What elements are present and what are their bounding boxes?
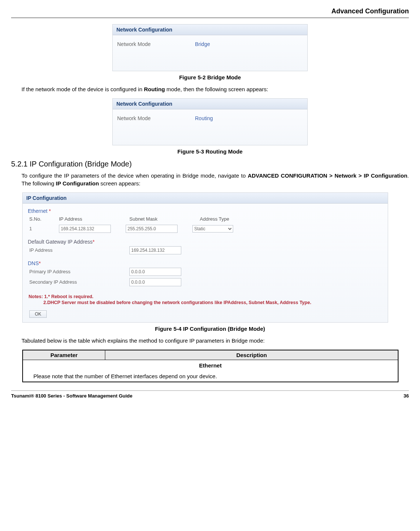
fig54-caption: Figure 5-4 IP Configuration (Bridge Mode… (11, 326, 409, 332)
ethernet-required-star: * (49, 208, 51, 214)
gateway-ip-input[interactable] (129, 246, 181, 254)
routing-intro-pre: If the network mode of the device is con… (22, 86, 144, 92)
ipcfg-intro-b2: IP Configuration (56, 180, 99, 187)
fig52-row: Network Mode Bridge (117, 39, 303, 49)
routing-intro: If the network mode of the device is con… (22, 86, 409, 93)
ethernet-section-text: Ethernet (28, 208, 49, 214)
fig53-value: Routing (195, 115, 213, 121)
fig53-label: Network Mode (117, 115, 169, 121)
ethernet-columns: S.No. IP Address Subnet Mask Address Typ… (27, 215, 383, 224)
th-description: Description (105, 350, 398, 360)
row1-mask-input[interactable] (126, 225, 178, 233)
table-intro: Tabulated below is the table which expla… (22, 337, 409, 344)
routing-intro-post: mode, then the following screen appears: (165, 86, 268, 92)
ethernet-heading-row: Ethernet (23, 360, 398, 371)
footer-right: 36 (404, 393, 409, 399)
ipcfg-intro-t3: screen appears: (99, 180, 140, 187)
gateway-section-text: Default Gateway IP Address (28, 239, 93, 245)
row1-sno: 1 (29, 226, 44, 231)
dns-section-label: DNS* (27, 260, 383, 267)
ipcfg-intro-b1: ADVANCED CONFIGURATION > Network > IP Co… (248, 172, 407, 179)
dns-secondary-label: Secondary IP Address (29, 279, 115, 285)
dns-secondary-row: Secondary IP Address (27, 277, 383, 291)
th-parameter: Parameter (23, 350, 105, 360)
gateway-section-label: Default Gateway IP Address* (27, 238, 383, 245)
dns-secondary-input[interactable] (129, 278, 181, 286)
routing-intro-bold: Routing (144, 86, 165, 92)
footer-left: Tsunami® 8100 Series - Software Manageme… (11, 393, 132, 399)
fig52-caption: Figure 5-2 Bridge Mode (11, 74, 409, 80)
ethernet-note-cell: Please note that the number of Ethernet … (23, 371, 398, 382)
ipcfg-panel: IP Configuration Ethernet * S.No. IP Add… (22, 192, 388, 323)
col-type: Address Type (200, 216, 255, 222)
param-header-row: Parameter Description (23, 350, 398, 360)
ipcfg-intro-t1: To configure the IP parameters of the de… (22, 172, 248, 179)
gateway-row: IP Address (27, 245, 383, 260)
dns-section-text: DNS (28, 260, 39, 266)
footer-rule (11, 390, 409, 391)
dns-required-star: * (39, 260, 41, 266)
fig53-row: Network Mode Routing (117, 113, 303, 123)
note-2: 2.DHCP Server must be disabled before ch… (27, 300, 383, 309)
header-rule (11, 17, 409, 18)
dns-primary-label: Primary IP Address (29, 269, 115, 274)
col-ip: IP Address (59, 216, 115, 222)
ethernet-row-1: 1 Static (27, 224, 383, 238)
gateway-required-star: * (93, 239, 95, 245)
page-header-title: Advanced Configuration (11, 7, 409, 15)
row1-type-select[interactable]: Static (192, 225, 233, 232)
fig52-panel: Network Configuration Network Mode Bridg… (112, 24, 308, 71)
ipcfg-intro: To configure the IP parameters of the de… (22, 172, 409, 187)
col-sno: S.No. (29, 216, 44, 222)
ipcfg-panel-title: IP Configuration (23, 193, 388, 204)
dns-primary-row: Primary IP Address (27, 267, 383, 277)
fig52-panel-title: Network Configuration (113, 24, 307, 35)
note-1: Notes: 1.* Reboot is required. (27, 291, 383, 300)
fig53-panel: Network Configuration Network Mode Routi… (112, 98, 308, 145)
ethernet-heading-cell: Ethernet (23, 360, 398, 371)
ok-button[interactable]: OK (29, 310, 47, 318)
row1-ip-input[interactable] (59, 225, 111, 233)
gateway-label: IP Address (29, 247, 115, 253)
fig52-value: Bridge (195, 41, 210, 47)
ethernet-section-label: Ethernet * (27, 207, 383, 215)
fig53-caption: Figure 5-3 Routing Mode (11, 148, 409, 155)
param-table: Parameter Description Ethernet Please no… (22, 350, 398, 382)
col-mask: Subnet Mask (129, 216, 185, 222)
fig52-label: Network Mode (117, 41, 169, 47)
section-heading: 5.2.1 IP Configuration (Bridge Mode) (11, 160, 409, 168)
fig53-panel-title: Network Configuration (113, 99, 307, 109)
dns-primary-input[interactable] (129, 268, 181, 276)
ethernet-note-row: Please note that the number of Ethernet … (23, 371, 398, 382)
page-footer: Tsunami® 8100 Series - Software Manageme… (11, 393, 409, 399)
